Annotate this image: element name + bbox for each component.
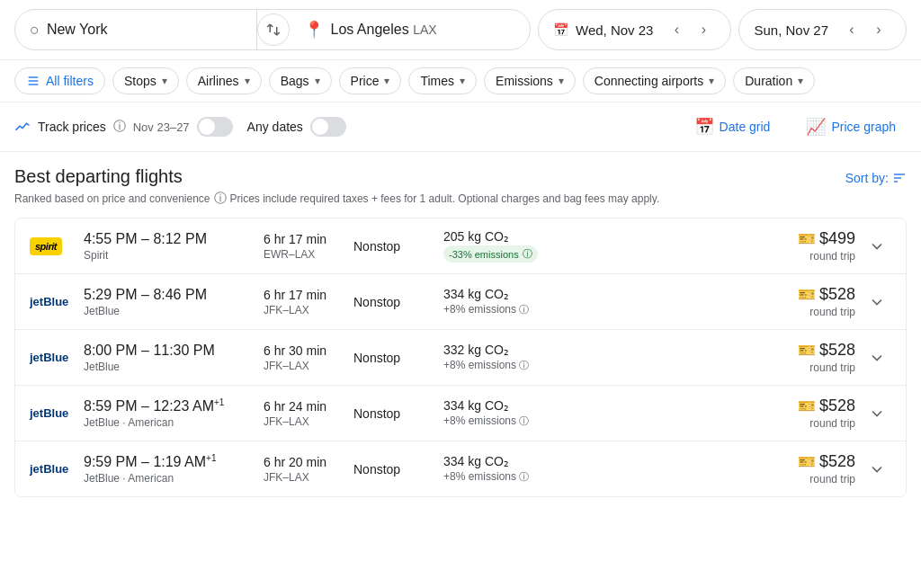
flight-price: 🎫 $528 round trip bbox=[587, 396, 855, 430]
ticket-icon: 🎫 bbox=[798, 397, 816, 414]
return-date: Sun, Nov 27 bbox=[754, 22, 828, 38]
airline-name: JetBlue · American bbox=[84, 416, 264, 429]
emissions-neutral: +8% emissions ⓘ bbox=[443, 359, 587, 372]
price-graph-button[interactable]: 📈 Price graph bbox=[795, 111, 907, 142]
sort-by-button[interactable]: Sort by: bbox=[845, 171, 907, 185]
any-dates-label: Any dates bbox=[247, 120, 303, 134]
price-graph-icon: 📈 bbox=[806, 117, 826, 137]
connecting-airports-filter[interactable]: Connecting airports ▾ bbox=[583, 67, 726, 94]
bags-chevron: ▾ bbox=[315, 75, 320, 87]
flight-row[interactable]: spirit 4:55 PM – 8:12 PM Spirit 6 hr 17 … bbox=[15, 218, 906, 274]
any-dates-toggle[interactable] bbox=[310, 117, 346, 137]
co2-amount: 205 kg CO₂ bbox=[443, 229, 587, 244]
all-filters-button[interactable]: All filters bbox=[14, 67, 105, 94]
duration-time: 6 hr 24 min bbox=[264, 399, 353, 414]
track-prices-toggle[interactable] bbox=[197, 117, 233, 137]
emissions-info-icon[interactable]: ⓘ bbox=[519, 415, 529, 426]
flight-price: 🎫 $499 round trip bbox=[587, 229, 855, 263]
flight-duration: 6 hr 17 min JFK–LAX bbox=[264, 288, 353, 316]
airline-logo: jetBlue bbox=[30, 462, 84, 476]
flight-times: 8:00 PM – 11:30 PM JetBlue bbox=[84, 343, 264, 373]
flight-row[interactable]: jetBlue 8:59 PM – 12:23 AM+1 JetBlue · A… bbox=[15, 386, 906, 441]
subtitle-text: Ranked based on price and convenience bbox=[14, 192, 210, 205]
filter-bar: All filters Stops ▾ Airlines ▾ Bags ▾ Pr… bbox=[0, 60, 921, 102]
price-main: 🎫 $528 bbox=[587, 452, 855, 471]
price-label: round trip bbox=[587, 250, 855, 263]
jetblue-logo: jetBlue bbox=[30, 351, 68, 364]
origin-field[interactable]: ○ New York bbox=[15, 10, 257, 49]
flight-route: JFK–LAX bbox=[264, 471, 353, 484]
track-right: 📅 Date grid 📈 Price graph bbox=[684, 111, 907, 142]
swap-button[interactable] bbox=[257, 13, 290, 46]
expand-button[interactable] bbox=[863, 399, 891, 428]
duration-time: 6 hr 17 min bbox=[264, 232, 353, 246]
flight-list: spirit 4:55 PM – 8:12 PM Spirit 6 hr 17 … bbox=[14, 218, 907, 497]
section-meta: Best departing flights Ranked based on p… bbox=[14, 166, 907, 207]
emissions-info-icon[interactable]: ⓘ bbox=[519, 304, 529, 315]
co2-amount: 332 kg CO₂ bbox=[443, 343, 587, 357]
airline-logo: jetBlue bbox=[30, 406, 84, 420]
time-range: 5:29 PM – 8:46 PM bbox=[84, 287, 264, 303]
subtitle-info-icon[interactable]: ⓘ bbox=[214, 191, 227, 207]
return-prev-button[interactable]: ‹ bbox=[839, 17, 864, 42]
destination-text: Los Angeles LAX bbox=[331, 22, 437, 38]
flight-duration: 6 hr 24 min JFK–LAX bbox=[264, 399, 353, 428]
track-info-icon[interactable]: ⓘ bbox=[113, 119, 126, 135]
flight-emissions: 334 kg CO₂ +8% emissions ⓘ bbox=[443, 287, 587, 316]
flight-stops: Nonstop bbox=[353, 351, 443, 365]
flight-emissions: 334 kg CO₂ +8% emissions ⓘ bbox=[443, 454, 587, 484]
expand-button[interactable] bbox=[863, 288, 891, 316]
price-main: 🎫 $528 bbox=[587, 285, 855, 304]
price-amount: $528 bbox=[819, 452, 855, 471]
date-grid-label: Date grid bbox=[720, 120, 771, 134]
emissions-info-icon[interactable]: ⓘ bbox=[523, 247, 532, 261]
section-header: Best departing flights Ranked based on p… bbox=[14, 166, 907, 207]
date-grid-button[interactable]: 📅 Date grid bbox=[684, 111, 782, 142]
emissions-filter[interactable]: Emissions ▾ bbox=[484, 67, 576, 94]
meta-text: Prices include required taxes + fees for… bbox=[230, 192, 660, 205]
return-next-button[interactable]: › bbox=[866, 17, 891, 42]
track-prices-row: Track prices ⓘ Nov 23–27 Any dates 📅 Dat… bbox=[0, 102, 921, 152]
stops-filter[interactable]: Stops ▾ bbox=[112, 67, 179, 94]
duration-filter[interactable]: Duration ▾ bbox=[733, 67, 815, 94]
emissions-neutral: +8% emissions ⓘ bbox=[443, 303, 587, 316]
depart-prev-button[interactable]: ‹ bbox=[664, 17, 689, 42]
return-date-field[interactable]: Sun, Nov 27 ‹ › bbox=[738, 9, 907, 50]
price-label: round trip bbox=[587, 361, 855, 374]
times-filter[interactable]: Times ▾ bbox=[408, 67, 477, 94]
expand-button[interactable] bbox=[863, 455, 891, 484]
price-amount: $528 bbox=[819, 285, 855, 304]
price-chevron: ▾ bbox=[384, 75, 389, 87]
location-search-field[interactable]: ○ New York 📍 Los Angeles LAX bbox=[14, 9, 531, 50]
bags-filter[interactable]: Bags ▾ bbox=[269, 67, 332, 94]
expand-button[interactable] bbox=[863, 343, 891, 372]
track-left: Track prices ⓘ Nov 23–27 Any dates bbox=[14, 117, 346, 137]
flight-stops: Nonstop bbox=[353, 462, 443, 477]
expand-button[interactable] bbox=[863, 232, 891, 261]
price-filter[interactable]: Price ▾ bbox=[339, 67, 402, 94]
price-graph-label: Price graph bbox=[831, 120, 896, 134]
emissions-info-icon[interactable]: ⓘ bbox=[519, 360, 529, 370]
duration-time: 6 hr 30 min bbox=[264, 343, 353, 358]
flight-row[interactable]: jetBlue 5:29 PM – 8:46 PM JetBlue 6 hr 1… bbox=[15, 274, 906, 330]
destination-icon: 📍 bbox=[304, 20, 324, 40]
flight-price: 🎫 $528 round trip bbox=[587, 452, 855, 486]
time-range: 4:55 PM – 8:12 PM bbox=[84, 231, 264, 247]
spirit-logo: spirit bbox=[30, 237, 62, 255]
airline-logo: jetBlue bbox=[30, 295, 84, 308]
price-label: round trip bbox=[587, 306, 855, 318]
airlines-filter[interactable]: Airlines ▾ bbox=[186, 67, 262, 94]
flight-duration: 6 hr 17 min EWR–LAX bbox=[264, 232, 353, 261]
flight-row[interactable]: jetBlue 9:59 PM – 1:19 AM+1 JetBlue · Am… bbox=[15, 441, 906, 496]
emissions-info-icon[interactable]: ⓘ bbox=[519, 471, 529, 482]
emissions-neutral: +8% emissions ⓘ bbox=[443, 470, 587, 484]
depart-date-field[interactable]: 📅 Wed, Nov 23 ‹ › bbox=[538, 9, 731, 50]
flight-times: 4:55 PM – 8:12 PM Spirit bbox=[84, 231, 264, 262]
price-main: 🎫 $499 bbox=[587, 229, 855, 248]
flight-route: JFK–LAX bbox=[264, 360, 353, 372]
flight-row[interactable]: jetBlue 8:00 PM – 11:30 PM JetBlue 6 hr … bbox=[15, 330, 906, 386]
section-title: Best departing flights bbox=[14, 166, 659, 187]
depart-next-button[interactable]: › bbox=[691, 17, 716, 42]
connecting-airports-chevron: ▾ bbox=[709, 75, 714, 87]
destination-field[interactable]: 📍 Los Angeles LAX bbox=[290, 10, 531, 49]
